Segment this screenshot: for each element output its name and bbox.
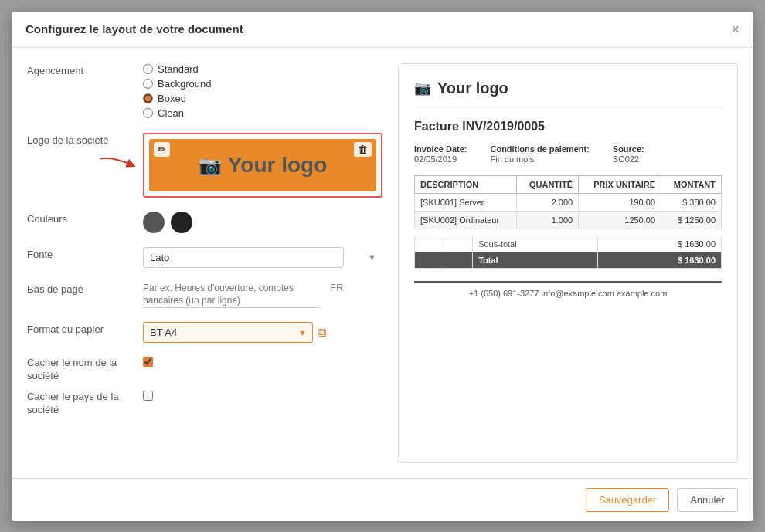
cacher-nom-label: Cacher le nom de la société: [27, 357, 143, 383]
invoice-date-value: 02/05/2019: [414, 154, 457, 164]
save-button[interactable]: Sauvegarder: [586, 488, 669, 512]
logo-delete-button[interactable]: 🗑: [354, 142, 372, 157]
cacher-nom-checkbox[interactable]: [143, 357, 153, 367]
format-label: Format du papier: [27, 322, 143, 335]
color-dark-swatch[interactable]: [143, 212, 165, 233]
couleurs-row: Couleurs: [27, 212, 382, 233]
radio-clean-input[interactable]: [143, 108, 153, 118]
logo-label: Logo de la société: [27, 133, 143, 146]
close-button[interactable]: ×: [731, 22, 740, 36]
fonte-chevron-icon: ▼: [368, 252, 376, 262]
fonte-select-wrapper: Lato Roboto Arial ▼: [143, 247, 382, 268]
bas-de-page-label: Bas de page: [27, 282, 143, 295]
sous-total-value: $ 1630.00: [597, 236, 721, 252]
cacher-pays-row: Cacher le pays de la société: [27, 391, 382, 417]
col-quantite: QUANTITÉ: [516, 175, 578, 193]
col-description: DESCRIPTION: [415, 175, 517, 193]
logo-inner: ✏ 🗑 📷 Your logo: [149, 139, 376, 191]
agencement-radio-group: Standard Background Boxed Clean: [143, 63, 382, 119]
modal-title: Configurez le layout de votre document: [26, 22, 243, 36]
sous-total-empty2: [444, 236, 473, 252]
modal-footer: Sauvegarder Annuler: [12, 478, 753, 521]
invoice-logo-header: 📷 Your logo: [414, 80, 722, 107]
bas-de-page-textarea[interactable]: [143, 282, 321, 309]
total-empty2: [444, 252, 473, 268]
row2-qty: 1.000: [516, 211, 578, 229]
total-row: Total $ 1630.00: [415, 252, 722, 268]
total-label: Total: [473, 252, 598, 268]
logo-action-bar: ✏ 🗑: [149, 139, 376, 160]
row2-desc: [SKU002] Ordinateur: [415, 211, 517, 229]
invoice-source-value: SO022: [613, 154, 639, 164]
invoice-conditions-label: Conditions de paiement:: [490, 144, 589, 154]
logo-edit-button[interactable]: ✏: [154, 142, 170, 157]
row1-qty: 2.000: [516, 193, 578, 211]
invoice-meta: Invoice Date: 02/05/2019 Conditions de p…: [414, 144, 722, 164]
table-row: [SKU002] Ordinateur 1.000 1250.00 $ 1250…: [415, 211, 722, 229]
cacher-pays-field: [143, 391, 153, 401]
radio-clean[interactable]: Clean: [143, 107, 382, 119]
invoice-camera-icon: 📷: [414, 80, 431, 97]
radio-background-label: Background: [158, 78, 211, 90]
radio-standard[interactable]: Standard: [143, 63, 382, 75]
total-value: $ 1630.00: [597, 252, 721, 268]
color-black-swatch[interactable]: [171, 212, 192, 233]
cacher-pays-checkbox[interactable]: [143, 391, 153, 401]
invoice-date-item: Invoice Date: 02/05/2019: [414, 144, 467, 164]
row1-unit: 190.00: [579, 193, 661, 211]
radio-clean-label: Clean: [158, 107, 184, 119]
format-field: BT A4 A4 Letter ▼ ⧉: [143, 322, 382, 343]
invoice-footer: +1 (650) 691-3277 info@example.com examp…: [414, 281, 722, 298]
invoice-conditions-value: Fin du mois: [490, 154, 534, 164]
invoice-logo-text: Your logo: [437, 80, 508, 97]
fonte-select[interactable]: Lato Roboto Arial: [143, 247, 344, 268]
left-panel: Agencement Standard Background Boxed: [27, 63, 382, 463]
cacher-pays-label: Cacher le pays de la société: [27, 391, 143, 417]
arrow-svg: [97, 152, 139, 175]
sous-total-label: Sous-total: [473, 236, 598, 252]
row1-desc: [SKU001] Server: [415, 193, 517, 211]
cancel-button[interactable]: Annuler: [677, 488, 738, 512]
bas-de-page-row: Bas de page FR: [27, 282, 382, 309]
fonte-row: Fonte Lato Roboto Arial ▼: [27, 247, 382, 268]
logo-field: ✏ 🗑 📷 Your logo: [143, 133, 382, 198]
totals-table: Sous-total $ 1630.00 Total $ 1630.00: [414, 236, 722, 269]
footer-lang-badge: FR: [330, 282, 343, 293]
radio-background[interactable]: Background: [143, 78, 382, 90]
radio-standard-label: Standard: [158, 63, 199, 75]
format-row: Format du papier BT A4 A4 Letter ▼ ⧉: [27, 322, 382, 343]
arrow-indicator: [97, 152, 139, 178]
invoice-source-item: Source: SO022: [613, 144, 644, 164]
col-prix: PRIX UNITAIRE: [579, 175, 661, 193]
logo-box: ✏ 🗑 📷 Your logo: [143, 133, 382, 198]
agencement-row: Agencement Standard Background Boxed: [27, 63, 382, 119]
modal-header: Configurez le layout de votre document ×: [12, 12, 753, 48]
sous-total-empty: [415, 236, 444, 252]
cacher-nom-field: [143, 357, 153, 367]
external-link-icon[interactable]: ⧉: [318, 326, 326, 340]
radio-boxed-label: Boxed: [158, 93, 186, 104]
col-montant: MONTANT: [661, 175, 722, 193]
radio-boxed-input[interactable]: [143, 93, 153, 103]
modal-body: Agencement Standard Background Boxed: [12, 48, 753, 478]
row1-amount: $ 380.00: [661, 193, 722, 211]
total-empty: [415, 252, 444, 268]
fonte-label: Fonte: [27, 247, 143, 260]
bas-de-page-field: FR: [143, 282, 382, 309]
radio-boxed[interactable]: Boxed: [143, 93, 382, 104]
invoice-table: DESCRIPTION QUANTITÉ PRIX UNITAIRE MONTA…: [414, 175, 722, 229]
radio-background-input[interactable]: [143, 79, 153, 89]
row2-unit: 1250.00: [579, 211, 661, 229]
invoice-footer-text: +1 (650) 691-3277 info@example.com examp…: [469, 289, 668, 298]
invoice-source-label: Source:: [613, 144, 644, 154]
paper-select[interactable]: BT A4 A4 Letter: [143, 322, 313, 343]
cacher-nom-row: Cacher le nom de la société: [27, 357, 382, 383]
modal-overlay: Configurez le layout de votre document ×…: [0, 0, 765, 532]
radio-standard-input[interactable]: [143, 64, 153, 74]
row2-amount: $ 1250.00: [661, 211, 722, 229]
couleurs-field: [143, 212, 382, 233]
sous-total-row: Sous-total $ 1630.00: [415, 236, 722, 252]
couleurs-label: Couleurs: [27, 212, 143, 225]
invoice-title: Facture INV/2019/0005: [414, 120, 722, 134]
modal: Configurez le layout de votre document ×…: [12, 12, 753, 521]
